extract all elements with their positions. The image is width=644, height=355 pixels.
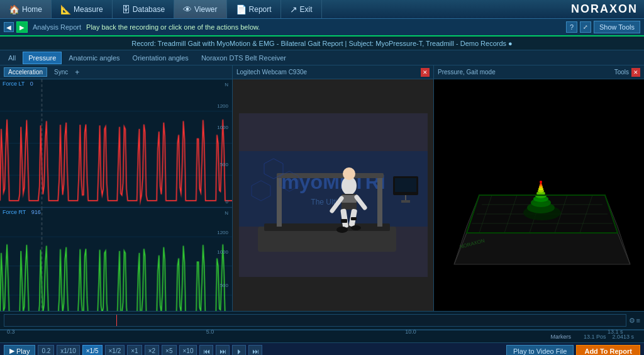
home-icon: 🏠 <box>9 4 19 14</box>
exit-icon: ↗ <box>290 4 297 14</box>
svg-rect-8 <box>277 173 384 178</box>
add-report-label: Add To Report <box>584 347 632 355</box>
force-rt-canvas <box>0 208 232 311</box>
video-close-button[interactable]: ✕ <box>421 68 430 77</box>
speed-x1-button[interactable]: ×1 <box>127 345 142 356</box>
timeline-row: 0.3 5.0 10.0 13.1 s ⚙ ≡ <box>0 311 644 330</box>
nav-home[interactable]: 🏠 Home <box>0 0 52 18</box>
timeline-label-mid2: 10.0 <box>405 329 416 335</box>
force-rt-y-axis: N 1200 1000 500 0 <box>209 208 228 311</box>
toolbar-play-button[interactable]: ▶ <box>16 21 28 33</box>
svg-point-15 <box>336 227 348 233</box>
expand-button[interactable]: ⤢ <box>580 21 591 33</box>
play-video-label: Play to Video File <box>513 347 567 355</box>
nav-measure[interactable]: 📐 Measure <box>52 0 113 18</box>
speed-x1-10-button[interactable]: x1/10 <box>57 345 79 356</box>
speed-x2-button[interactable]: ×2 <box>145 345 159 356</box>
tools-label: Tools <box>614 69 629 76</box>
nav-report[interactable]: 📄 Report <box>227 0 281 18</box>
tab-pressure-label: Pressure <box>28 54 56 62</box>
pressure-title: Pressure, Gait mode <box>438 69 496 76</box>
tab-orientation-angles[interactable]: Orientation angles <box>127 52 194 64</box>
pressure-display: NORAXON <box>434 79 644 311</box>
nav-viewer-label: Viewer <box>194 5 217 14</box>
svg-rect-25 <box>395 178 416 192</box>
svg-point-53 <box>540 181 542 183</box>
svg-point-16 <box>351 225 361 230</box>
main-content: Acceleration Sync + Force LT 0 N 1200 10… <box>0 65 644 311</box>
timeline-label-end: 13.1 s <box>608 329 623 335</box>
nav-database[interactable]: 🗄 Database <box>113 0 174 18</box>
force-lt-value: 0 <box>30 81 33 87</box>
graphs-area: Force LT 0 N 1200 1000 500 0 Force RT <box>0 79 232 311</box>
tab-row: All Pressure Anatomic angles Orientation… <box>0 50 644 65</box>
tab-orientation-angles-label: Orientation angles <box>133 54 189 62</box>
show-tools-button[interactable]: Show Tools <box>594 21 640 33</box>
svg-rect-12 <box>341 195 357 203</box>
speed-x1-2-button[interactable]: ×1/2 <box>105 345 125 356</box>
play-icon: ▶ <box>9 347 14 355</box>
record-info: Record: Treadmill Gait with MyoMotion & … <box>131 40 513 47</box>
speed-0.2-button[interactable]: 0.2 <box>38 345 54 356</box>
tab-pressure[interactable]: Pressure <box>23 52 62 64</box>
sync-label: Sync <box>54 69 68 76</box>
toolbar-back-button[interactable]: ◀ <box>4 22 14 32</box>
force-rt-label: Force RT 916 <box>3 209 41 215</box>
sync-tab[interactable]: Sync <box>50 67 72 77</box>
speed-x5-button[interactable]: ×5 <box>162 345 176 356</box>
tab-noraxon-dts[interactable]: Noraxon DTS Belt Receiver <box>196 52 292 64</box>
show-tools-label: Show Tools <box>599 23 635 31</box>
nav-measure-label: Measure <box>74 5 103 14</box>
acceleration-label: Acceleration <box>8 69 43 76</box>
play-to-video-button[interactable]: Play to Video File <box>506 345 574 356</box>
tab-all[interactable]: All <box>3 52 21 64</box>
noraxon-logo: NORAXON <box>571 3 638 16</box>
timeline-settings-icon[interactable]: ⚙ <box>629 317 635 325</box>
force-rt-graph: Force RT 916 N 1200 1000 500 0 <box>0 208 232 311</box>
add-to-report-button[interactable]: Add To Report <box>576 345 640 356</box>
help-button[interactable]: ? <box>566 21 577 33</box>
video-panel-header: Logitech Webcam C930e ✕ <box>233 65 433 79</box>
skip-to-start-button[interactable]: ⏮ <box>199 345 213 356</box>
speed-x1-5-button[interactable]: ×1/5 <box>82 345 103 356</box>
svg-rect-20 <box>351 217 357 220</box>
svg-rect-5 <box>264 223 390 231</box>
video-title: Logitech Webcam C930e <box>236 69 307 76</box>
play-button[interactable]: ▶ Play <box>4 345 35 356</box>
force-lt-y-axis: N 1200 1000 500 0 <box>209 79 228 207</box>
timeline-label-start: 0.3 <box>7 329 15 335</box>
video-panel: Logitech Webcam C930e ✕ myoMETRI The Ult… <box>233 65 434 311</box>
play-label: Play <box>16 347 30 355</box>
tab-anatomic-angles[interactable]: Anatomic angles <box>63 52 125 64</box>
pressure-close-button[interactable]: ✕ <box>631 68 640 77</box>
top-nav: 🏠 Home 📐 Measure 🗄 Database 👁 Viewer 📄 R… <box>0 0 644 19</box>
force-lt-graph: Force LT 0 N 1200 1000 500 0 <box>0 79 232 208</box>
nav-home-label: Home <box>22 5 42 14</box>
timeline-menu-icon[interactable]: ≡ <box>636 317 640 325</box>
video-area: myoMETRI The Ultimat... <box>233 79 433 311</box>
toolbar-row: ◀ ▶ Analysis Report Play back the record… <box>0 19 644 37</box>
svg-marker-28 <box>454 233 630 264</box>
pressure-viz: NORAXON <box>441 113 636 277</box>
nav-database-label: Database <box>133 5 165 14</box>
nav-exit[interactable]: ↗ Exit <box>281 0 322 18</box>
timeline-needle <box>116 315 117 326</box>
step-forward-button[interactable]: ⏵ <box>232 345 246 356</box>
add-graph-button[interactable]: + <box>75 68 79 77</box>
svg-rect-27 <box>401 200 410 203</box>
skip-to-end-button[interactable]: ⏭ <box>248 345 262 356</box>
force-rt-value: 916 <box>31 209 41 215</box>
speed-x10-button[interactable]: ×10 <box>179 345 197 356</box>
playback-bar: ▶ Play 0.2 x1/10 ×1/5 ×1/2 ×1 ×2 ×5 ×10 … <box>0 342 644 355</box>
database-icon: 🗄 <box>121 4 130 14</box>
graph-controls: Acceleration Sync + <box>0 65 232 79</box>
step-back-button[interactable]: ⏭ <box>216 345 230 356</box>
timeline-label-mid1: 5.0 <box>206 329 214 335</box>
acceleration-tab[interactable]: Acceleration <box>4 67 47 77</box>
nav-viewer[interactable]: 👁 Viewer <box>174 0 226 18</box>
record-bar: Record: Treadmill Gait with MyoMotion & … <box>0 37 644 50</box>
viewer-icon: 👁 <box>183 4 192 14</box>
plus-label: + <box>75 68 79 77</box>
left-panel: Acceleration Sync + Force LT 0 N 1200 10… <box>0 65 233 311</box>
force-lt-label: Force LT 0 <box>3 81 33 87</box>
